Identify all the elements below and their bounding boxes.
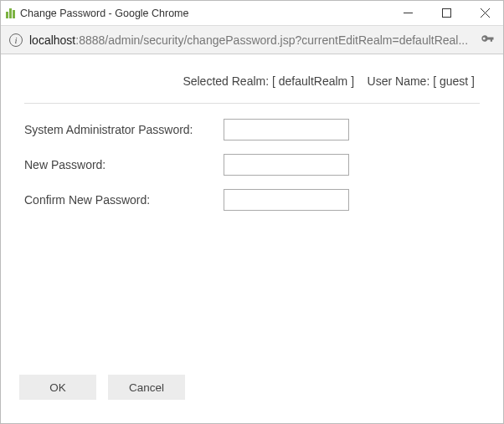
- admin-password-input[interactable]: [224, 119, 349, 140]
- key-icon[interactable]: [480, 31, 495, 49]
- user-name-label: User Name:: [368, 74, 430, 88]
- url-text: localhost:8888/admin/security/changePass…: [29, 33, 473, 47]
- close-icon[interactable]: [473, 5, 496, 22]
- confirm-password-label: Confirm New Password:: [24, 193, 224, 207]
- maximize-icon[interactable]: [435, 5, 458, 22]
- url-path: :8888/admin/security/changePassword.jsp?…: [75, 33, 468, 47]
- info-icon[interactable]: i: [9, 33, 23, 47]
- address-bar[interactable]: i localhost:8888/admin/security/changePa…: [1, 26, 503, 54]
- page-content: Selected Realm: [ defaultRealm ] User Na…: [1, 54, 503, 423]
- svg-rect-1: [442, 9, 450, 18]
- new-password-label: New Password:: [24, 158, 224, 171]
- admin-password-label: System Administrator Password:: [24, 123, 224, 136]
- confirm-password-input[interactable]: [224, 189, 349, 211]
- selected-realm-value: [ defaultRealm ]: [272, 74, 354, 88]
- app-icon: [6, 8, 15, 18]
- window-titlebar: Change Password - Google Chrome: [1, 1, 503, 26]
- cancel-button[interactable]: Cancel: [108, 375, 185, 400]
- selected-realm-label: Selected Realm:: [183, 74, 269, 88]
- divider: [24, 103, 480, 104]
- url-host: localhost: [29, 33, 75, 47]
- minimize-icon[interactable]: [396, 5, 419, 22]
- realm-user-line: Selected Realm: [ defaultRealm ] User Na…: [24, 74, 480, 88]
- window-title: Change Password - Google Chrome: [20, 8, 189, 19]
- user-name-value: [ guest ]: [433, 74, 475, 88]
- ok-button[interactable]: OK: [19, 375, 96, 400]
- new-password-input[interactable]: [224, 154, 349, 176]
